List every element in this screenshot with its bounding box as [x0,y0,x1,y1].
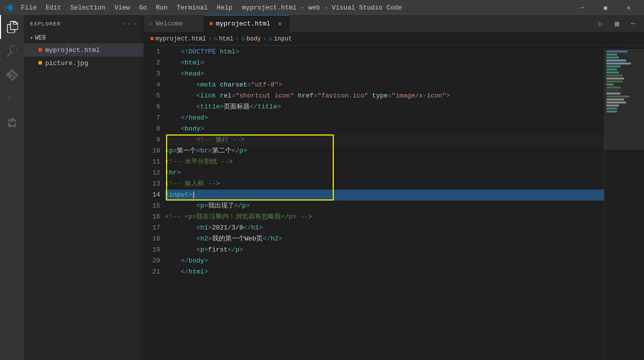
code-line-8: <body> [165,124,604,134]
line8-lt: < [181,124,185,134]
activity-explorer-icon[interactable] [0,15,24,39]
code-line-18: <h2>我的第一个Web页</h2> [165,234,604,244]
line17-gt: > [208,222,212,234]
line19-lt: < [196,244,200,256]
activity-git-icon[interactable] [0,63,24,87]
close-button[interactable]: ✕ [617,0,640,15]
line19-closelt: </ [228,244,236,256]
breadcrumb-input[interactable]: ⊙ input [269,35,292,43]
line17-closegt: > [259,222,263,234]
line5-hrefval: "favicon.ico" [317,90,368,102]
line16-gt: > [308,212,312,222]
line19-closegt: > [239,244,243,256]
line10-closep: p [239,146,243,156]
breadcrumb-body-label: body [247,36,261,42]
menu-edit[interactable]: Edit [42,3,65,12]
editor-content[interactable]: 1 2 3 4 5 6 7 8 9 10 11 12 13 14 15 16 1… [144,46,644,360]
line6-lt: < [196,102,200,112]
title-bar-left: File Edit Selection View Go Run Terminal… [4,3,237,12]
line6-title: title [200,102,220,112]
tab-welcome-label: Welcome [156,20,183,28]
activity-search-icon[interactable] [0,39,24,63]
line17-h1: h1 [200,222,208,234]
html-tab-icon: ■ [209,20,213,28]
window-controls: — ▣ ✕ [571,0,640,15]
tab-welcome[interactable]: ⊘ Welcome [144,15,204,32]
line16-comment: !-- <p>我在注释内！浏览器将忽略我</p> -- [169,212,308,222]
line3-indent [165,68,181,80]
line18-closelt: </ [263,234,271,244]
breadcrumb: ■ myproject.html › ⊙ html › ⊙ body › ⊙ i… [144,32,644,46]
minimize-button[interactable]: — [571,0,594,15]
code-line-15: <p>我出现了</p> [165,200,604,212]
line14-lt: < [165,190,169,200]
line17-text: 2021/3/8 [212,222,243,234]
more-actions-icon[interactable]: ⋯ [626,16,640,30]
menu-view[interactable]: View [111,3,134,12]
ln-13: 13 [144,178,160,190]
breadcrumb-body[interactable]: ⊙ body [241,35,261,43]
file-item-jpg[interactable]: ■ picture.jpg [24,56,144,70]
line4-open: < [196,80,200,90]
line5-link: link [200,90,216,102]
run-icon[interactable]: ▷ [594,16,608,30]
code-line-14: <input> [165,190,604,200]
web-section-title[interactable]: ▾ WEB [24,32,144,44]
activity-run-icon[interactable] [0,87,24,111]
cursor-caret [193,192,194,198]
menu-selection[interactable]: Selection [66,3,109,12]
line15-p: p [200,200,204,212]
line12-gt: > [177,168,181,178]
menu-terminal[interactable]: Terminal [173,3,212,12]
line12-lt: < [165,168,169,178]
line13-gt: > [216,178,220,190]
line2-tagname: html [185,58,200,68]
tab-close-icon[interactable]: ✕ [275,20,284,28]
ln-16: 16 [144,212,160,222]
line3-tagname: head [185,68,200,80]
ln-3: 3 [144,68,160,80]
line19-gt: > [204,244,208,256]
maximize-button[interactable]: ▣ [594,0,617,15]
line12-hr: hr [169,168,177,178]
line18-gt: > [208,234,212,244]
ln-7: 7 [144,112,160,124]
breadcrumb-html[interactable]: ⊙ html [214,35,234,43]
breadcrumb-file[interactable]: ■ myproject.html [150,35,206,42]
menu-file[interactable]: File [17,3,41,12]
line11-gt: > [229,156,233,168]
menu-run[interactable]: Run [152,3,171,12]
breadcrumb-sep-1: › [208,36,212,42]
code-line-9: <!-- 换行 --> [165,134,604,146]
code-line-1: <!DOCTYPE html> [165,46,604,58]
minimap [604,46,644,360]
code-line-19: <p>first</p> [165,244,604,256]
ln-17: 17 [144,222,160,234]
ln-10: 10 [144,146,160,156]
menu-help[interactable]: Help [213,3,236,12]
breadcrumb-sep-2: › [235,36,239,42]
line15-text: 我出现了 [208,200,234,212]
line5-typeval: "image/x-icon" [392,90,446,102]
sidebar-more-icon[interactable]: ··· [122,20,138,28]
line10-brtag: br [200,146,208,156]
line18-indent [165,234,196,244]
file-item-html[interactable]: ■ myproject.html [24,44,144,56]
tab-myproject[interactable]: ■ myproject.html ✕ [204,15,290,32]
split-editor-icon[interactable]: ▦ [610,16,624,30]
chevron-down-icon: ▾ [30,35,33,41]
code-area[interactable]: <!DOCTYPE html> <html> <head> <meta char… [165,46,604,360]
ln-8: 8 [144,124,160,134]
menu-go[interactable]: Go [135,3,151,12]
line10-p: p [169,146,173,156]
line5-sp1 [216,90,220,102]
ln-19: 19 [144,244,160,256]
line1-close: > [235,46,239,58]
line20-indent [165,256,181,266]
line9-comment: <!-- 换行 --> [196,134,244,146]
line5-gt: > [446,90,450,102]
line10-brgt: > [208,146,212,156]
code-line-17: <h1>2021/3/8</h1> [165,222,604,234]
tab-myproject-label: myproject.html [216,20,270,28]
activity-extensions-icon[interactable] [0,111,24,135]
